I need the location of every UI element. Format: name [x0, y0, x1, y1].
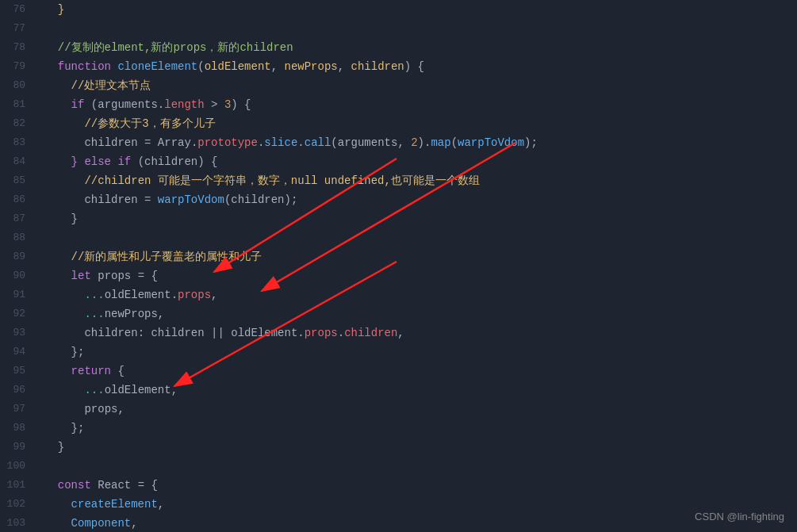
token: let [71, 270, 91, 282]
token: ( [451, 136, 458, 149]
line-content: children = Array.prototype.slice.call(ar… [38, 133, 797, 152]
token: const [58, 479, 91, 492]
token [44, 251, 71, 263]
table-row: 100 [0, 457, 797, 476]
line-number: 88 [0, 228, 38, 247]
line-content: ...newProps, [38, 304, 797, 323]
table-row: 78 //复制的elment,新的props，新的children [0, 38, 797, 57]
line-content: }; [38, 343, 797, 362]
token: props [305, 327, 338, 339]
line-number: 76 [0, 0, 38, 19]
token: warpToVdom [458, 136, 524, 149]
token [44, 41, 58, 54]
token: , [131, 517, 137, 530]
token: warpToVdom [158, 193, 224, 206]
line-number: 96 [0, 381, 38, 400]
token [44, 517, 71, 530]
token: ); [524, 136, 538, 149]
token: }; [44, 346, 84, 358]
table-row: 101 const React = { [0, 476, 797, 495]
token: . [158, 98, 164, 111]
token: Component [71, 517, 132, 530]
line-content: if (arguments.length > 3) { [38, 95, 797, 114]
token: Array [158, 136, 191, 149]
token: ( [197, 60, 204, 73]
token: } else if [71, 155, 132, 168]
token: ... [84, 308, 104, 320]
table-row: 103 Component, [0, 514, 797, 532]
line-content [38, 457, 797, 476]
token: . [171, 289, 178, 301]
line-content: } [38, 209, 797, 228]
line-content: } [38, 0, 797, 19]
token: children [84, 327, 137, 339]
table-row: 98 }; [0, 419, 797, 438]
line-content: //复制的elment,新的props，新的children [38, 38, 797, 57]
token: , [397, 327, 404, 339]
token: if [71, 98, 85, 111]
table-row: 82 //参数大于3，有多个儿子 [0, 114, 797, 133]
token: ( [331, 136, 337, 149]
token: , [171, 384, 178, 396]
token [44, 365, 71, 377]
table-row: 84 } else if (children) { [0, 152, 797, 171]
table-row: 96 ...oldElement, [0, 381, 797, 400]
token: children [84, 193, 137, 206]
token: length [164, 98, 204, 111]
token: } [44, 212, 78, 225]
token: , [211, 289, 217, 301]
table-row: 97 props, [0, 400, 797, 419]
token [44, 136, 84, 149]
line-number: 79 [0, 57, 38, 76]
token: || [205, 327, 232, 339]
token: //children 可能是一个字符串，数字，null undefined,也可… [84, 174, 479, 187]
token: = [138, 136, 158, 149]
token: ( [131, 155, 144, 168]
line-content: Component, [38, 514, 797, 532]
table-row: 86 children = warpToVdom(children); [0, 190, 797, 209]
table-row: 83 children = Array.prototype.slice.call… [0, 133, 797, 152]
token: . [297, 327, 304, 339]
line-number: 78 [0, 38, 38, 57]
token: children [231, 193, 284, 206]
token: } [58, 3, 64, 16]
token: > [205, 98, 224, 111]
line-number: 94 [0, 343, 38, 362]
line-number: 87 [0, 209, 38, 228]
token [44, 3, 58, 16]
line-number: 81 [0, 95, 38, 114]
token [44, 270, 71, 282]
token: ) { [404, 60, 424, 73]
token: cloneElement [117, 60, 197, 73]
token: , [338, 60, 351, 73]
token: children [344, 327, 397, 339]
token [44, 174, 84, 187]
token: //处理文本节点 [71, 79, 151, 92]
token: //新的属性和儿子覆盖老的属性和儿子 [71, 251, 262, 263]
line-number: 91 [0, 285, 38, 304]
token: function [58, 60, 111, 73]
token: slice [264, 136, 297, 149]
line-content [38, 228, 797, 247]
token: , [158, 498, 164, 511]
line-number: 92 [0, 304, 38, 323]
token: 2 [411, 136, 417, 149]
line-content: } else if (children) { [38, 152, 797, 171]
token: props [84, 403, 117, 415]
token: . [338, 327, 344, 339]
line-content: ...oldElement, [38, 381, 797, 400]
token [44, 289, 84, 301]
table-row: 95 return { [0, 362, 797, 381]
token: , [117, 403, 124, 415]
token: ( [84, 98, 98, 111]
line-number: 86 [0, 190, 38, 209]
token: oldElement [231, 327, 297, 339]
line-number: 89 [0, 247, 38, 266]
token: : [138, 327, 151, 339]
token [44, 79, 71, 92]
token: call [305, 136, 331, 149]
table-row: 92 ...newProps, [0, 304, 797, 323]
token [44, 403, 84, 415]
line-content: const React = { [38, 476, 797, 495]
line-content: //children 可能是一个字符串，数字，null undefined,也可… [38, 171, 797, 190]
